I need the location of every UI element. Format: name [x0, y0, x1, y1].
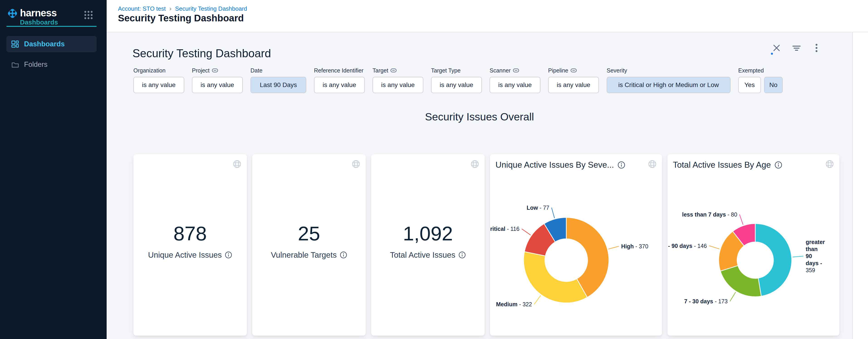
filter-chip-exempted: ExemptedYesNo	[738, 66, 783, 93]
dashboards-icon	[11, 40, 19, 48]
filter-label: Exempted	[738, 66, 783, 75]
scroll-gutter	[852, 32, 868, 339]
filter-label: Date	[250, 66, 306, 75]
stat-value: 25	[298, 224, 320, 244]
donut-label-medium: Medium - 322	[496, 301, 532, 307]
kebab-menu-icon[interactable]	[811, 43, 822, 53]
filter-chip: Target Typeis any value	[431, 66, 482, 93]
breadcrumb: Account: STO test › Security Testing Das…	[118, 5, 247, 12]
app-root: harness Dashboards	[0, 0, 868, 339]
filter-value-organization[interactable]: is any value	[133, 77, 184, 93]
donut-chart-age[interactable]: greaterthan90days -3597 - 30 days - 1733…	[668, 154, 839, 336]
stat-label: Unique Active Issues	[148, 250, 222, 259]
filter-value-reference-identifier[interactable]: is any value	[314, 77, 365, 93]
filter-icon[interactable]	[791, 43, 802, 53]
filter-value-pipeline[interactable]: is any value	[548, 77, 599, 93]
filter-label: Severity	[607, 66, 731, 75]
harness-logo-icon	[7, 8, 18, 19]
filter-label: Pipeline	[548, 66, 599, 75]
filter-chip: Scanneris any value	[490, 66, 540, 93]
tile-total-active-issues: 1,092 Total Active Issues	[371, 154, 485, 336]
tile-issues-by-age: Total Active Issues By Age greaterthan90…	[668, 154, 839, 336]
exempted-no-button[interactable]: No	[764, 77, 783, 93]
filter-chip: Reference Identifieris any value	[314, 66, 365, 93]
filter-value-scanner[interactable]: is any value	[490, 77, 540, 93]
sidebar-item-label: Dashboards	[24, 40, 65, 48]
globe-icon	[233, 160, 241, 168]
sidebar-nav: Dashboards Folders	[6, 36, 97, 77]
filter-label: Target Type	[431, 66, 482, 75]
link-icon	[212, 68, 218, 73]
close-icon[interactable]	[771, 43, 782, 53]
filter-label: Organization	[133, 66, 184, 75]
filter-chip: Pipelineis any value	[548, 66, 599, 93]
filter-value-severity[interactable]: is Critical or High or Medium or Low	[607, 77, 731, 93]
filter-value-target-type[interactable]: is any value	[431, 77, 482, 93]
filter-chip: DateLast 90 Days	[250, 66, 306, 93]
sidebar: harness Dashboards	[0, 0, 106, 339]
stat-label-row: Vulnerable Targets	[271, 250, 347, 259]
tile-vulnerable-targets: 25 Vulnerable Targets	[252, 154, 366, 336]
donut-label-less-than-7-days: less than 7 days - 80	[682, 211, 737, 218]
donut-label-critical: Critical - 116	[490, 226, 520, 232]
sidebar-item-dashboards[interactable]: Dashboards	[6, 36, 97, 52]
stat-label-row: Total Active Issues	[390, 250, 466, 259]
link-icon	[513, 68, 519, 73]
donut-chart-severity[interactable]: High - 370Medium - 322Critical - 116Low …	[490, 154, 662, 336]
filter-value-date[interactable]: Last 90 Days	[250, 77, 306, 93]
filter-bar: Organizationis any valueProjectis any va…	[133, 66, 783, 93]
donut-label-30---90-days: 30 - 90 days - 146	[668, 243, 707, 249]
filter-label: Scanner	[490, 66, 540, 75]
filter-label: Project	[192, 66, 243, 75]
tile-unique-active-issues: 878 Unique Active Issues	[133, 154, 247, 336]
filter-value-project[interactable]: is any value	[192, 77, 243, 93]
exempted-yes-button[interactable]: Yes	[738, 77, 761, 93]
tile-issues-by-severity: Unique Active Issues By Seve... High - 3…	[490, 154, 662, 336]
stat-label: Total Active Issues	[390, 250, 455, 259]
module-switcher-icon[interactable]	[84, 10, 93, 20]
filter-chip: Targetis any value	[373, 66, 423, 93]
donut-slice-greater-than-90-days	[755, 224, 792, 296]
globe-icon	[470, 160, 479, 168]
donut-slice-7---30-days	[720, 265, 761, 297]
info-icon[interactable]	[340, 251, 347, 259]
sidebar-item-label: Folders	[24, 60, 48, 68]
info-icon[interactable]	[459, 251, 466, 259]
donut-label-greater-than-90-days: greaterthan90days -359	[806, 239, 825, 273]
breadcrumb-dashboard-link[interactable]: Security Testing Dashboard	[175, 5, 247, 12]
sidebar-divider	[6, 26, 97, 27]
section-title: Security Issues Overall	[106, 110, 852, 123]
donut-slice-medium	[524, 252, 587, 303]
dashboard-title: Security Testing Dashboard	[132, 47, 271, 60]
panel-actions	[771, 43, 822, 53]
stat-label-row: Unique Active Issues	[148, 250, 232, 259]
link-icon	[570, 68, 577, 73]
link-icon	[391, 68, 397, 73]
donut-label-low: Low - 77	[527, 204, 549, 211]
brand-wordmark: harness	[20, 8, 58, 18]
dashboard-panel: Security Testing Dashboard Organizationi…	[106, 32, 868, 339]
donut-label-7---30-days: 7 - 30 days - 173	[684, 298, 728, 305]
cursor-dot	[771, 53, 773, 55]
filter-label: Target	[373, 66, 423, 75]
info-icon[interactable]	[225, 251, 232, 259]
brand-product-label: Dashboards	[20, 19, 58, 26]
donut-label-high: High - 370	[621, 243, 648, 250]
breadcrumb-separator: ›	[169, 5, 172, 12]
stat-value: 1,092	[403, 224, 453, 244]
filter-chip: Projectis any value	[192, 66, 243, 93]
brand[interactable]: harness Dashboards	[7, 8, 58, 26]
filter-value-target[interactable]: is any value	[373, 77, 423, 93]
tile-row: 878 Unique Active Issues	[133, 154, 839, 336]
stat-value: 878	[174, 224, 207, 244]
stat-label: Vulnerable Targets	[271, 250, 337, 259]
main-area: Account: STO test › Security Testing Das…	[106, 0, 868, 339]
breadcrumb-account-link[interactable]: Account: STO test	[118, 5, 166, 12]
sidebar-item-folders[interactable]: Folders	[6, 56, 97, 73]
topbar: Account: STO test › Security Testing Das…	[106, 0, 868, 32]
filter-chip: Organizationis any value	[133, 66, 184, 93]
folder-icon	[11, 61, 19, 68]
filter-chip: Severityis Critical or High or Medium or…	[607, 66, 731, 93]
globe-icon	[352, 160, 360, 168]
page-title: Security Testing Dashboard	[118, 13, 244, 24]
